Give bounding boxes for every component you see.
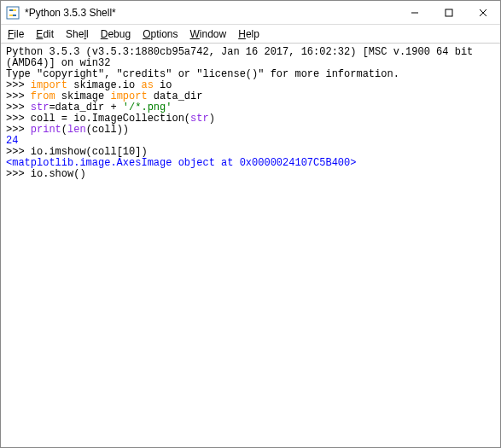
menu-window[interactable]: Window (190, 28, 227, 40)
prompt: >>> (6, 168, 31, 180)
python-idle-icon (6, 6, 20, 20)
text: skimage (55, 90, 111, 102)
menu-help[interactable]: Help (238, 28, 259, 40)
builtin-len: len (67, 124, 86, 136)
text: io.show() (31, 168, 86, 180)
string-literal: '/*.png' (123, 102, 172, 113)
builtin-print: print (31, 124, 61, 136)
window: *Python 3.5.3 Shell* File Edit Shell Deb… (0, 0, 501, 448)
text: (coll)) (86, 124, 129, 136)
shell-content[interactable]: Python 3.5.3 (v3.5.3:1880cb95a742, Jan 1… (1, 44, 500, 447)
maximize-button[interactable] (432, 1, 466, 24)
menubar: File Edit Shell Debug Options Window Hel… (1, 25, 500, 44)
text: skimage.io (67, 79, 141, 91)
prompt: >>> (6, 79, 31, 91)
minimize-button[interactable] (398, 1, 432, 24)
menu-debug[interactable]: Debug (101, 28, 131, 40)
window-title: *Python 3.5.3 Shell* (25, 7, 398, 19)
kw-from: from (31, 90, 55, 102)
prompt: >>> (6, 113, 31, 125)
kw-import: import (110, 90, 147, 102)
close-button[interactable] (466, 1, 500, 24)
output-line: <matplotlib.image.AxesImage object at 0x… (6, 157, 356, 169)
svg-rect-0 (7, 7, 19, 19)
menu-shell[interactable]: Shell (66, 28, 89, 40)
kw-as: as (141, 79, 153, 91)
prompt: >>> (6, 146, 31, 158)
svg-rect-2 (446, 9, 452, 16)
text: coll = io.ImageCollection( (31, 113, 190, 125)
text: data_dir (148, 90, 203, 102)
titlebar: *Python 3.5.3 Shell* (1, 1, 500, 25)
window-controls (398, 1, 500, 24)
prompt: >>> (6, 124, 31, 136)
output-line: 24 (6, 135, 18, 147)
text: io (154, 79, 172, 91)
builtin-str: str (31, 102, 50, 113)
text: io.imshow(coll[10]) (31, 146, 148, 158)
menu-edit[interactable]: Edit (36, 28, 54, 40)
menu-file[interactable]: File (8, 28, 24, 40)
text: ( (61, 124, 67, 136)
kw-import: import (31, 79, 67, 91)
menu-options[interactable]: Options (143, 28, 178, 40)
text: ) (209, 113, 215, 125)
shell-header-2: Type "copyright", "credits" or "license(… (6, 68, 399, 80)
shell-header-1: Python 3.5.3 (v3.5.3:1880cb95a742, Jan 1… (6, 46, 480, 69)
prompt: >>> (6, 90, 31, 102)
prompt: >>> (6, 102, 31, 113)
text: =data_dir + (49, 102, 122, 113)
builtin-str: str (190, 113, 209, 125)
